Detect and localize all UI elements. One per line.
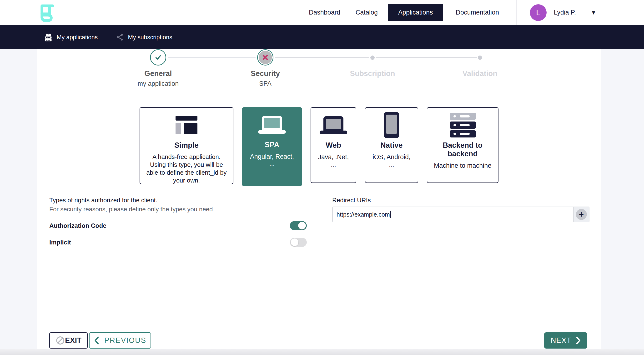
card-backend-to-backend[interactable]: Backend to backend Machine to machine	[427, 107, 498, 183]
gravitee-logo-icon[interactable]	[38, 3, 54, 22]
next-button[interactable]: NEXT	[544, 332, 587, 348]
chevron-down-icon[interactable]: ▼	[591, 9, 596, 16]
secondary-nav: My applications My subscriptions	[0, 25, 644, 49]
card-title: SPA	[247, 141, 297, 149]
card-description: A hands-free application. Using this typ…	[145, 153, 228, 184]
card-title: Web	[316, 141, 351, 150]
smartphone-icon	[384, 112, 399, 138]
step-completed-circle	[150, 49, 166, 66]
redirect-uri-input[interactable]: https://example.com	[333, 207, 573, 222]
toggle-label: Authorization Code	[49, 222, 106, 229]
nav-item-documentation[interactable]: Documentation	[454, 0, 502, 25]
step-label: Security	[215, 69, 315, 78]
step-general[interactable]: General my application	[108, 49, 208, 88]
chevron-right-icon	[576, 336, 581, 344]
card-description: Angular, React, ...	[247, 153, 297, 168]
subnav-item-my-subscriptions[interactable]: My subscriptions	[116, 33, 172, 41]
server-stack-icon	[450, 113, 476, 138]
step-subscription[interactable]: Subscription	[322, 49, 422, 78]
grant-types-section: Types of rights authorized for the clien…	[49, 197, 307, 247]
subnav-label: My subscriptions	[128, 34, 172, 41]
plus-icon: +	[576, 209, 587, 220]
step-label: Validation	[430, 69, 530, 78]
application-type-cards: Simple A hands-free application. Using t…	[38, 107, 601, 186]
implicit-toggle[interactable]	[290, 238, 307, 247]
redirect-uris-label: Redirect URIs	[332, 197, 590, 204]
card-web[interactable]: Web Java, .Net, ...	[310, 107, 356, 183]
user-name[interactable]: Lydia P.	[554, 9, 576, 16]
redirect-uris-section: Redirect URIs https://example.com +	[332, 197, 590, 222]
laptop-icon	[258, 116, 286, 134]
header-divider	[516, 0, 516, 25]
block-icon	[56, 336, 65, 345]
step-label: Subscription	[322, 69, 422, 78]
card-description: Java, .Net, ...	[316, 153, 351, 168]
chevron-left-icon	[94, 336, 100, 345]
step-dot	[370, 56, 375, 60]
card-native[interactable]: Native iOS, Android, ...	[365, 107, 418, 183]
step-sublabel: SPA	[215, 80, 315, 88]
grant-row-implicit: Implicit	[49, 237, 307, 247]
step-dot	[478, 56, 482, 60]
top-header: Dashboard Catalog Applications Documenta…	[0, 0, 644, 25]
exit-label: EXIT	[65, 336, 82, 345]
check-icon	[154, 53, 163, 62]
cross-icon	[261, 53, 269, 62]
subnav-item-my-applications[interactable]: My applications	[44, 33, 98, 42]
previous-button[interactable]: PREVIOUS	[89, 332, 151, 348]
nav-item-dashboard[interactable]: Dashboard	[306, 0, 343, 25]
card-title: Native	[370, 141, 413, 150]
toggle-label: Implicit	[49, 239, 71, 246]
bottom-fade	[0, 349, 644, 355]
nav-item-applications[interactable]: Applications	[388, 4, 443, 21]
card-spa-selected[interactable]: SPA Angular, React, ...	[242, 107, 302, 186]
subnav-label: My applications	[57, 34, 98, 41]
wizard-content: General my application Security	[38, 49, 601, 349]
add-uri-button[interactable]: +	[573, 207, 589, 222]
grant-types-title: Types of rights authorized for the clien…	[49, 197, 307, 204]
main-nav: Dashboard Catalog Applications Documenta…	[306, 0, 596, 25]
step-validation[interactable]: Validation	[430, 49, 530, 78]
step-sublabel: my application	[108, 80, 208, 88]
avatar[interactable]: L	[530, 4, 546, 21]
previous-label: PREVIOUS	[104, 336, 146, 345]
step-label: General	[108, 69, 208, 78]
share-icon	[116, 33, 124, 41]
laptop-icon	[320, 116, 347, 134]
authorization-code-toggle[interactable]	[290, 221, 307, 230]
wizard-footer: EXIT PREVIOUS NEXT	[38, 320, 601, 348]
step-invalid-circle	[257, 49, 274, 66]
nav-item-catalog[interactable]: Catalog	[353, 0, 380, 25]
redirect-uri-field: https://example.com +	[332, 207, 590, 222]
card-title: Backend to backend	[432, 141, 493, 158]
grant-row-authorization-code: Authorization Code	[49, 221, 307, 231]
wizard-stepper: General my application Security	[38, 49, 601, 96]
application-creation-page: Dashboard Catalog Applications Documenta…	[0, 0, 644, 355]
card-simple[interactable]: Simple A hands-free application. Using t…	[140, 107, 234, 184]
redirect-uri-value: https://example.com	[336, 211, 390, 218]
card-description: Machine to machine	[432, 162, 493, 169]
step-security[interactable]: Security SPA	[215, 49, 315, 88]
next-label: NEXT	[551, 336, 571, 345]
applications-stack-icon	[44, 33, 53, 42]
grant-types-subtitle: For security reasons, please define only…	[49, 206, 307, 213]
dashboard-icon	[176, 116, 198, 134]
card-description: iOS, Android, ...	[370, 153, 413, 168]
text-cursor	[390, 211, 391, 218]
card-title: Simple	[145, 141, 228, 150]
exit-button[interactable]: EXIT	[49, 332, 88, 348]
